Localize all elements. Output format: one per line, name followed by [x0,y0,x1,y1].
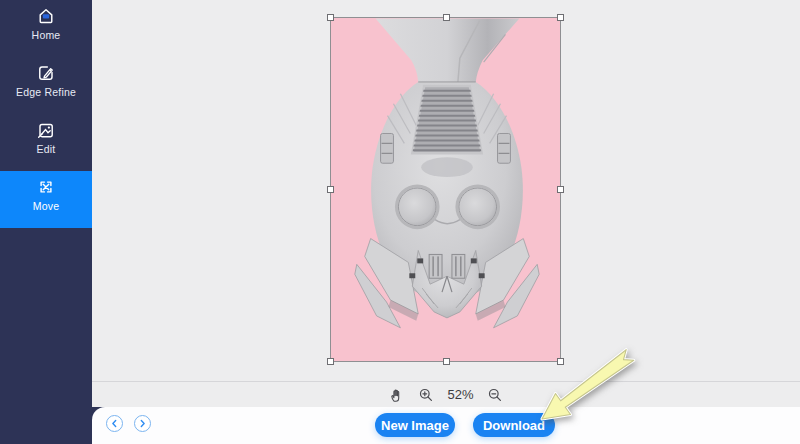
sidebar-item-home[interactable]: Home [0,0,92,57]
sidebar: Home Edge Refine Edit Move [0,0,92,444]
prev-button[interactable] [106,415,123,432]
edge-refine-icon [36,63,56,83]
canvas-image [331,18,560,361]
chevron-left-icon [110,419,119,428]
history-nav [106,415,151,432]
sidebar-item-label: Home [0,29,92,41]
new-image-button[interactable]: New Image [375,413,455,437]
move-icon [36,177,56,197]
selection-handle-w[interactable] [327,186,334,193]
app-root: { "sidebar": { "items": [ {"label": "Hom… [0,0,800,444]
image-selection-box[interactable] [330,17,561,362]
selection-handle-e[interactable] [557,186,564,193]
sidebar-item-move[interactable]: Move [0,171,92,228]
sidebar-item-edit[interactable]: Edit [0,114,92,171]
selection-handle-nw[interactable] [327,14,334,21]
zoom-out-icon[interactable] [487,387,503,403]
selection-handle-se[interactable] [557,358,564,365]
chevron-right-icon [138,419,147,428]
sidebar-item-label: Move [0,200,92,212]
zoom-in-icon[interactable] [418,387,434,403]
pan-hand-icon[interactable] [389,387,405,403]
zoom-toolbar: 52% [92,382,800,407]
sidebar-item-label: Edge Refine [0,86,92,98]
home-icon [36,6,56,26]
download-button[interactable]: Download [473,413,555,437]
sidebar-item-edge-refine[interactable]: Edge Refine [0,57,92,114]
zoom-level-label: 52% [447,387,473,402]
selection-handle-n[interactable] [443,14,450,21]
selection-handle-s[interactable] [443,358,450,365]
edit-icon [36,120,56,140]
sidebar-item-label: Edit [0,143,92,155]
selection-handle-ne[interactable] [557,14,564,21]
next-button[interactable] [134,415,151,432]
footer-bar: New Image Download [92,407,800,444]
selection-handle-sw[interactable] [327,358,334,365]
